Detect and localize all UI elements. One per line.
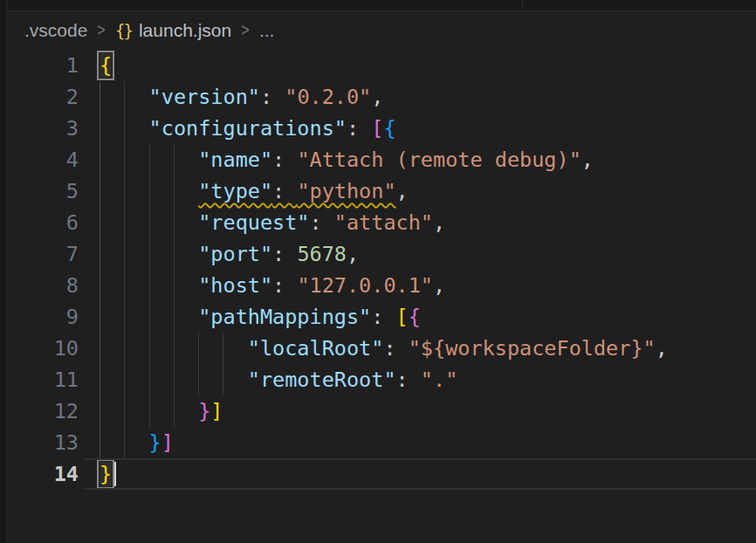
line-number[interactable]: 3 [8,113,79,144]
code-text: "version": "0.2.0", [8,81,756,113]
code-text: "localRoot": "${workspaceFolder}", [8,333,756,364]
code-line[interactable]: 1{ [8,50,756,81]
line-number[interactable]: 8 [8,270,79,301]
chevron-right-icon: > [98,20,106,40]
code-line[interactable]: 12 }] [8,395,756,427]
line-number[interactable]: 11 [8,364,79,395]
line-number[interactable]: 12 [8,395,79,427]
code-lines[interactable]: 1{2 "version": "0.2.0",3 "configurations… [8,50,756,490]
code-text: "port": 5678, [8,238,756,270]
breadcrumb-folder[interactable]: .vscode [24,20,87,41]
breadcrumb-file[interactable]: launch.json [139,20,231,41]
line-number[interactable]: 13 [8,427,79,458]
bracket-match: { [100,53,112,78]
line-number[interactable]: 9 [8,301,79,333]
code-text: "name": "Attach (remote debug)", [8,144,756,175]
line-number[interactable]: 5 [8,175,79,207]
tab-bar [8,0,756,11]
code-line[interactable]: 7 "port": 5678, [8,238,756,270]
text-cursor [114,462,116,486]
json-braces-icon: {} [115,21,132,40]
code-line[interactable]: 6 "request": "attach", [8,207,756,238]
code-line[interactable]: 14} [8,458,756,490]
code-text: "request": "attach", [8,207,756,238]
code-line[interactable]: 8 "host": "127.0.0.1", [8,270,756,301]
warning-squiggle: "type": "python" [198,179,395,203]
code-line[interactable]: 4 "name": "Attach (remote debug)", [8,144,756,175]
code-text: "configurations": [{ [8,113,756,144]
line-number[interactable]: 2 [8,81,79,113]
vscode-window: .vscode > {} launch.json > ... 1{2 "vers… [0,0,756,543]
bracket-match: } [100,462,112,486]
code-line[interactable]: 9 "pathMappings": [{ [8,301,756,333]
code-line[interactable]: 13 }] [8,427,756,458]
line-number[interactable]: 10 [8,333,79,364]
code-text: { [8,50,756,81]
code-line[interactable]: 11 "remoteRoot": "." [8,364,756,395]
code-text: }] [8,427,756,458]
sidebar-edge [0,0,7,543]
breadcrumb-symbol-path[interactable]: ... [259,20,275,41]
line-number[interactable]: 7 [8,238,79,270]
line-number[interactable]: 6 [8,207,79,238]
code-line[interactable]: 2 "version": "0.2.0", [8,81,756,113]
code-line[interactable]: 5 "type": "python", [8,175,756,207]
code-line[interactable]: 10 "localRoot": "${workspaceFolder}", [8,333,756,364]
code-text: "pathMappings": [{ [8,301,756,333]
active-tab-edge[interactable] [8,0,522,10]
code-text: "type": "python", [8,175,756,207]
code-text: "host": "127.0.0.1", [8,270,756,301]
tab-bar-filler [523,0,756,10]
code-line[interactable]: 3 "configurations": [{ [8,113,756,144]
code-text: "remoteRoot": "." [8,364,756,395]
code-text: } [8,458,756,490]
editor-pane[interactable]: .vscode > {} launch.json > ... 1{2 "vers… [8,11,756,543]
code-text: }] [8,395,756,427]
chevron-right-icon: > [241,20,249,40]
line-number[interactable]: 14 [8,458,79,490]
line-number[interactable]: 4 [8,144,79,175]
line-number[interactable]: 1 [8,50,79,81]
breadcrumb: .vscode > {} launch.json > ... [8,11,756,50]
